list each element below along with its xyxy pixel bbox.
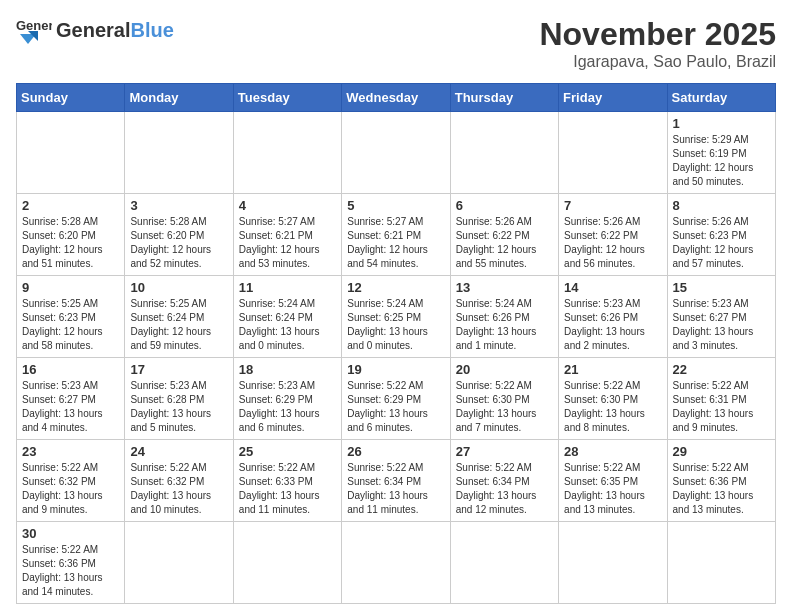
calendar-cell [233,522,341,604]
day-info: Sunrise: 5:22 AM Sunset: 6:36 PM Dayligh… [22,543,119,599]
day-number: 17 [130,362,227,377]
weekday-header-monday: Monday [125,84,233,112]
day-info: Sunrise: 5:28 AM Sunset: 6:20 PM Dayligh… [22,215,119,271]
calendar-cell: 13Sunrise: 5:24 AM Sunset: 6:26 PM Dayli… [450,276,558,358]
week-row-5: 23Sunrise: 5:22 AM Sunset: 6:32 PM Dayli… [17,440,776,522]
day-info: Sunrise: 5:23 AM Sunset: 6:26 PM Dayligh… [564,297,661,353]
calendar-cell: 20Sunrise: 5:22 AM Sunset: 6:30 PM Dayli… [450,358,558,440]
weekday-header-wednesday: Wednesday [342,84,450,112]
day-number: 11 [239,280,336,295]
calendar-cell: 22Sunrise: 5:22 AM Sunset: 6:31 PM Dayli… [667,358,775,440]
calendar-cell [342,522,450,604]
calendar-cell: 15Sunrise: 5:23 AM Sunset: 6:27 PM Dayli… [667,276,775,358]
day-info: Sunrise: 5:24 AM Sunset: 6:26 PM Dayligh… [456,297,553,353]
day-number: 13 [456,280,553,295]
day-info: Sunrise: 5:22 AM Sunset: 6:31 PM Dayligh… [673,379,770,435]
day-info: Sunrise: 5:22 AM Sunset: 6:30 PM Dayligh… [564,379,661,435]
day-info: Sunrise: 5:23 AM Sunset: 6:29 PM Dayligh… [239,379,336,435]
day-info: Sunrise: 5:22 AM Sunset: 6:34 PM Dayligh… [347,461,444,517]
calendar-cell: 29Sunrise: 5:22 AM Sunset: 6:36 PM Dayli… [667,440,775,522]
day-number: 25 [239,444,336,459]
day-number: 1 [673,116,770,131]
day-number: 12 [347,280,444,295]
calendar-cell: 14Sunrise: 5:23 AM Sunset: 6:26 PM Dayli… [559,276,667,358]
day-info: Sunrise: 5:22 AM Sunset: 6:35 PM Dayligh… [564,461,661,517]
calendar-cell [559,522,667,604]
day-info: Sunrise: 5:23 AM Sunset: 6:28 PM Dayligh… [130,379,227,435]
day-info: Sunrise: 5:23 AM Sunset: 6:27 PM Dayligh… [22,379,119,435]
day-number: 28 [564,444,661,459]
calendar-cell: 5Sunrise: 5:27 AM Sunset: 6:21 PM Daylig… [342,194,450,276]
day-number: 6 [456,198,553,213]
day-number: 16 [22,362,119,377]
day-number: 23 [22,444,119,459]
day-info: Sunrise: 5:22 AM Sunset: 6:29 PM Dayligh… [347,379,444,435]
calendar-cell: 8Sunrise: 5:26 AM Sunset: 6:23 PM Daylig… [667,194,775,276]
calendar-subtitle: Igarapava, Sao Paulo, Brazil [539,53,776,71]
day-info: Sunrise: 5:24 AM Sunset: 6:25 PM Dayligh… [347,297,444,353]
day-number: 30 [22,526,119,541]
week-row-6: 30Sunrise: 5:22 AM Sunset: 6:36 PM Dayli… [17,522,776,604]
day-number: 3 [130,198,227,213]
week-row-1: 1Sunrise: 5:29 AM Sunset: 6:19 PM Daylig… [17,112,776,194]
calendar-cell: 23Sunrise: 5:22 AM Sunset: 6:32 PM Dayli… [17,440,125,522]
day-number: 9 [22,280,119,295]
title-area: November 2025 Igarapava, Sao Paulo, Braz… [539,16,776,71]
calendar-cell [559,112,667,194]
day-info: Sunrise: 5:27 AM Sunset: 6:21 PM Dayligh… [347,215,444,271]
calendar-table: SundayMondayTuesdayWednesdayThursdayFrid… [16,83,776,604]
calendar-cell: 7Sunrise: 5:26 AM Sunset: 6:22 PM Daylig… [559,194,667,276]
day-number: 7 [564,198,661,213]
day-info: Sunrise: 5:25 AM Sunset: 6:24 PM Dayligh… [130,297,227,353]
weekday-header-friday: Friday [559,84,667,112]
calendar-cell: 25Sunrise: 5:22 AM Sunset: 6:33 PM Dayli… [233,440,341,522]
calendar-cell [17,112,125,194]
day-number: 26 [347,444,444,459]
day-number: 24 [130,444,227,459]
calendar-cell: 2Sunrise: 5:28 AM Sunset: 6:20 PM Daylig… [17,194,125,276]
day-info: Sunrise: 5:28 AM Sunset: 6:20 PM Dayligh… [130,215,227,271]
calendar-cell [667,522,775,604]
calendar-cell: 6Sunrise: 5:26 AM Sunset: 6:22 PM Daylig… [450,194,558,276]
calendar-cell [125,112,233,194]
calendar-cell [125,522,233,604]
calendar-cell: 30Sunrise: 5:22 AM Sunset: 6:36 PM Dayli… [17,522,125,604]
day-number: 22 [673,362,770,377]
svg-text:General: General [16,18,52,33]
weekday-header-row: SundayMondayTuesdayWednesdayThursdayFrid… [17,84,776,112]
day-number: 18 [239,362,336,377]
logo: General GeneralBlue [16,16,174,44]
day-info: Sunrise: 5:25 AM Sunset: 6:23 PM Dayligh… [22,297,119,353]
calendar-cell: 19Sunrise: 5:22 AM Sunset: 6:29 PM Dayli… [342,358,450,440]
day-number: 2 [22,198,119,213]
calendar-cell: 12Sunrise: 5:24 AM Sunset: 6:25 PM Dayli… [342,276,450,358]
calendar-cell: 21Sunrise: 5:22 AM Sunset: 6:30 PM Dayli… [559,358,667,440]
day-number: 27 [456,444,553,459]
day-info: Sunrise: 5:26 AM Sunset: 6:23 PM Dayligh… [673,215,770,271]
day-info: Sunrise: 5:22 AM Sunset: 6:32 PM Dayligh… [22,461,119,517]
day-info: Sunrise: 5:29 AM Sunset: 6:19 PM Dayligh… [673,133,770,189]
calendar-cell [450,112,558,194]
day-number: 5 [347,198,444,213]
day-number: 15 [673,280,770,295]
calendar-cell: 9Sunrise: 5:25 AM Sunset: 6:23 PM Daylig… [17,276,125,358]
day-info: Sunrise: 5:23 AM Sunset: 6:27 PM Dayligh… [673,297,770,353]
weekday-header-saturday: Saturday [667,84,775,112]
calendar-cell: 17Sunrise: 5:23 AM Sunset: 6:28 PM Dayli… [125,358,233,440]
weekday-header-sunday: Sunday [17,84,125,112]
day-info: Sunrise: 5:22 AM Sunset: 6:33 PM Dayligh… [239,461,336,517]
day-number: 21 [564,362,661,377]
day-number: 19 [347,362,444,377]
day-info: Sunrise: 5:22 AM Sunset: 6:34 PM Dayligh… [456,461,553,517]
day-info: Sunrise: 5:27 AM Sunset: 6:21 PM Dayligh… [239,215,336,271]
calendar-cell: 24Sunrise: 5:22 AM Sunset: 6:32 PM Dayli… [125,440,233,522]
calendar-cell: 1Sunrise: 5:29 AM Sunset: 6:19 PM Daylig… [667,112,775,194]
weekday-header-thursday: Thursday [450,84,558,112]
week-row-2: 2Sunrise: 5:28 AM Sunset: 6:20 PM Daylig… [17,194,776,276]
day-info: Sunrise: 5:24 AM Sunset: 6:24 PM Dayligh… [239,297,336,353]
day-number: 20 [456,362,553,377]
calendar-cell: 3Sunrise: 5:28 AM Sunset: 6:20 PM Daylig… [125,194,233,276]
day-number: 14 [564,280,661,295]
general-blue-logo-icon: General [16,16,52,44]
calendar-cell: 16Sunrise: 5:23 AM Sunset: 6:27 PM Dayli… [17,358,125,440]
